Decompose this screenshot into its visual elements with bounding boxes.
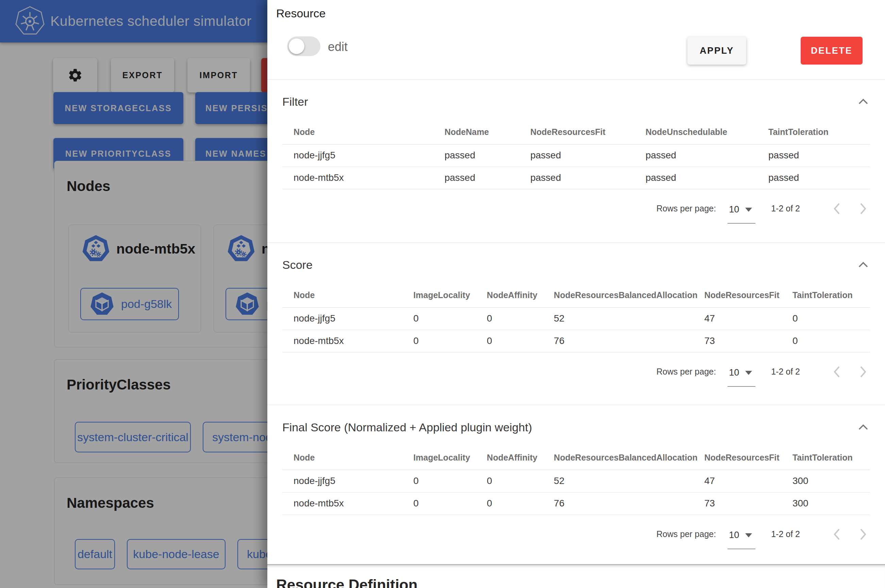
table-row: node-jjfg50052470 — [282, 307, 870, 330]
column-header-noderesourcesbalancedallocation[interactable]: NodeResourcesBalancedAllocation — [554, 284, 704, 307]
final-score-section-title: Final Score (Normalized + Applied plugin… — [282, 421, 532, 434]
table-cell: 0 — [413, 330, 487, 352]
chevron-up-icon — [858, 262, 868, 268]
column-header-noderesourcesfit[interactable]: NodeResourcesFit — [530, 120, 646, 144]
table-cell: passed — [445, 144, 530, 166]
table-row: node-jjfg5passedpassedpassedpassed — [282, 144, 870, 166]
previous-page-button[interactable] — [830, 201, 843, 216]
pagination-range: 1-2 of 2 — [771, 204, 800, 213]
table-row: node-mtb5x007673300 — [282, 492, 870, 514]
column-header-noderesourcesfit[interactable]: NodeResourcesFit — [705, 284, 792, 307]
table-cell: passed — [530, 166, 646, 189]
row-node-name: node-jjfg5 — [282, 307, 413, 330]
table-cell: passed — [646, 144, 768, 166]
next-page-button[interactable] — [856, 364, 870, 379]
rows-per-page-select[interactable]: 10 — [727, 203, 756, 224]
column-header-nodeaffinity[interactable]: NodeAffinity — [487, 446, 554, 470]
chevron-left-icon — [833, 366, 840, 378]
row-node-name: node-mtb5x — [282, 330, 413, 352]
rows-per-page-value: 10 — [729, 530, 739, 540]
row-node-name: node-jjfg5 — [282, 144, 445, 166]
table-cell: 0 — [792, 330, 870, 352]
table-cell: passed — [445, 166, 530, 189]
rows-per-page-label: Rows per page: — [657, 204, 716, 213]
filter-section: Filter NodeNodeNameNodeResourcesFitNodeU… — [267, 80, 885, 243]
edit-toggle-label: edit — [328, 40, 348, 54]
table-row: node-mtb5x0076730 — [282, 330, 870, 352]
table-cell: passed — [646, 166, 768, 189]
next-page-button[interactable] — [856, 527, 870, 542]
column-header-tainttoleration[interactable]: TaintToleration — [792, 284, 870, 307]
column-header-noderesourcesbalancedallocation[interactable]: NodeResourcesBalancedAllocation — [554, 446, 704, 470]
chevron-right-icon — [859, 528, 867, 540]
collapse-filter-button[interactable] — [856, 96, 870, 107]
delete-button[interactable]: DELETE — [801, 37, 862, 64]
chevron-left-icon — [833, 202, 840, 215]
table-row: node-jjfg5005247300 — [282, 470, 870, 492]
pagination-range: 1-2 of 2 — [771, 367, 800, 376]
final-score-table: NodeImageLocalityNodeAffinityNodeResourc… — [282, 446, 870, 515]
table-cell: passed — [768, 166, 870, 189]
chevron-left-icon — [833, 528, 840, 540]
rows-per-page-select[interactable]: 10 — [727, 366, 756, 387]
chevron-up-icon — [858, 424, 868, 430]
column-header-nodeunschedulable[interactable]: NodeUnschedulable — [646, 120, 768, 144]
rows-per-page-value: 10 — [729, 204, 739, 215]
column-header-nodeaffinity[interactable]: NodeAffinity — [487, 284, 554, 307]
column-header-tainttoleration[interactable]: TaintToleration — [768, 120, 870, 144]
filter-table: NodeNodeNameNodeResourcesFitNodeUnschedu… — [282, 120, 870, 189]
caret-down-icon — [745, 371, 752, 375]
chevron-right-icon — [859, 366, 867, 378]
table-cell: passed — [768, 144, 870, 166]
overlay-scrim[interactable] — [0, 0, 267, 588]
table-cell: 73 — [705, 492, 792, 514]
drawer-header: Resource edit APPLY DELETE — [267, 0, 885, 80]
edit-toggle-thumb — [289, 38, 304, 54]
table-cell: 0 — [413, 492, 487, 514]
filter-pagination: Rows per page: 10 1-2 of 2 — [282, 194, 870, 223]
final-score-pagination: Rows per page: 10 1-2 of 2 — [282, 520, 870, 549]
score-pagination: Rows per page: 10 1-2 of 2 — [282, 357, 870, 387]
filter-section-title: Filter — [282, 95, 308, 108]
edit-toggle[interactable] — [287, 36, 320, 56]
column-header-noderesourcesfit[interactable]: NodeResourcesFit — [705, 446, 792, 470]
table-cell: 47 — [705, 470, 792, 492]
column-header-imagelocality[interactable]: ImageLocality — [413, 446, 487, 470]
table-cell: 300 — [792, 470, 870, 492]
column-header-nodename[interactable]: NodeName — [445, 120, 530, 144]
column-header-node[interactable]: Node — [282, 284, 413, 307]
resource-drawer: Resource edit APPLY DELETE Filter NodeNo… — [267, 0, 885, 588]
column-header-node[interactable]: Node — [282, 446, 413, 470]
table-cell: 0 — [792, 307, 870, 330]
column-header-tainttoleration[interactable]: TaintToleration — [792, 446, 870, 470]
table-cell: 300 — [792, 492, 870, 514]
table-cell: 52 — [554, 307, 704, 330]
collapse-final-score-button[interactable] — [856, 422, 870, 432]
pagination-range: 1-2 of 2 — [771, 529, 800, 539]
score-section-title: Score — [282, 258, 313, 272]
table-cell: 0 — [487, 307, 554, 330]
table-cell: 0 — [487, 330, 554, 352]
next-page-button[interactable] — [856, 201, 870, 216]
app-root: Kubernetes scheduler simulator EXPORT IM… — [0, 0, 885, 588]
table-cell: 0 — [487, 470, 554, 492]
rows-per-page-value: 10 — [729, 368, 739, 378]
column-header-node[interactable]: Node — [282, 120, 445, 144]
rows-per-page-select[interactable]: 10 — [727, 528, 756, 549]
previous-page-button[interactable] — [830, 527, 843, 542]
score-section: Score NodeImageLocalityNodeAffinityNodeR… — [267, 243, 885, 405]
column-header-imagelocality[interactable]: ImageLocality — [413, 284, 487, 307]
apply-button[interactable]: APPLY — [687, 37, 746, 64]
rows-per-page-label: Rows per page: — [657, 367, 716, 376]
resource-definition-section: Resource Definition — [267, 564, 885, 588]
table-cell: 0 — [413, 307, 487, 330]
chevron-up-icon — [858, 99, 868, 105]
collapse-score-button[interactable] — [856, 260, 870, 270]
score-table: NodeImageLocalityNodeAffinityNodeResourc… — [282, 284, 870, 352]
final-score-section: Final Score (Normalized + Applied plugin… — [267, 405, 885, 564]
table-cell: 76 — [554, 492, 704, 514]
drawer-title: Resource — [276, 7, 326, 20]
row-node-name: node-mtb5x — [282, 492, 413, 514]
table-cell: 0 — [413, 470, 487, 492]
previous-page-button[interactable] — [830, 364, 843, 379]
